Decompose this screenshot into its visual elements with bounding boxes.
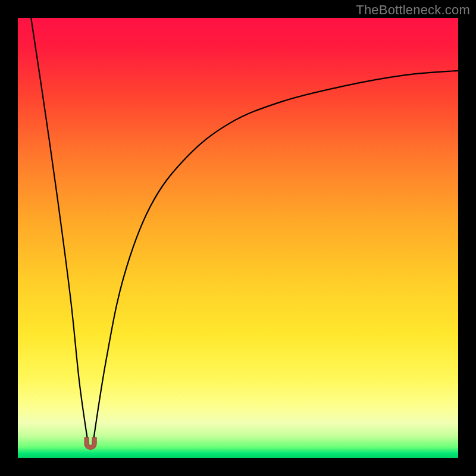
curve-left-branch xyxy=(31,18,88,445)
plot-area xyxy=(18,18,458,458)
valley-marker xyxy=(84,438,96,450)
chart-frame: TheBottleneck.com xyxy=(0,0,476,476)
chart-svg xyxy=(18,18,458,458)
watermark: TheBottleneck.com xyxy=(356,2,470,18)
curve-right-branch xyxy=(93,71,458,445)
